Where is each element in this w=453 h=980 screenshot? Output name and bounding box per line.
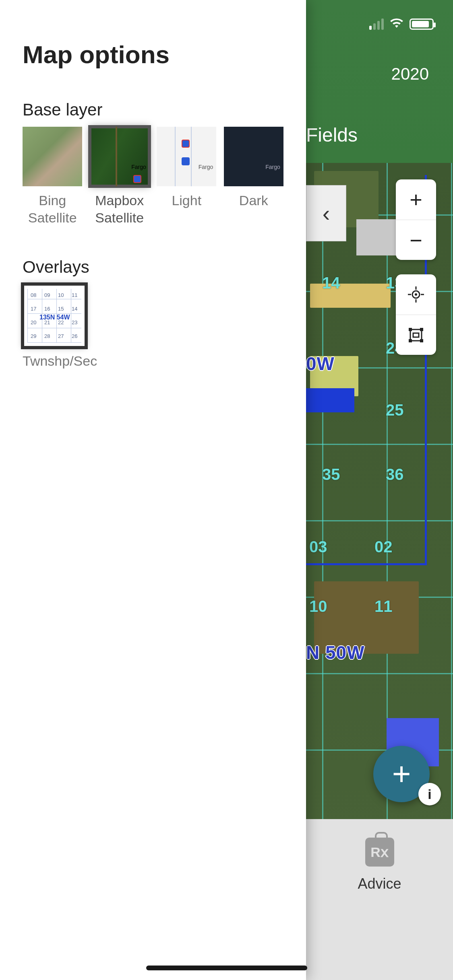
zoom-in-button[interactable]: + <box>396 179 436 220</box>
collapse-panel-button[interactable]: ‹ <box>306 185 346 241</box>
overlay-thumb-cell: 20 <box>31 319 36 325</box>
map-tool-control <box>396 274 436 355</box>
section-number: 10 <box>309 597 327 616</box>
overlay-label: Twnshp/Sec <box>23 353 86 369</box>
home-indicator <box>146 966 307 970</box>
overlay-thumb-cell: 28 <box>44 333 50 339</box>
wifi-icon <box>389 16 404 32</box>
svg-rect-3 <box>409 328 412 331</box>
overlay-thumb-cell: 23 <box>72 319 77 325</box>
prescription-icon: R𝗑 <box>365 838 394 867</box>
tab-fields[interactable]: Fields <box>306 124 358 146</box>
base-layer-option-light[interactable]: FargoLight <box>157 127 217 209</box>
bottom-tab-label: Advice <box>358 875 401 892</box>
section-number: 03 <box>309 538 327 556</box>
svg-rect-5 <box>409 339 412 342</box>
status-bar <box>369 16 434 32</box>
base-layer-thumbnail: Fargo <box>157 127 216 186</box>
rx-icon-text: R𝗑 <box>370 844 389 860</box>
overlay-thumb-cell: 29 <box>31 333 36 339</box>
crosshair-icon <box>407 286 425 303</box>
section-number: 35 <box>322 465 340 484</box>
overlay-list: 135N 54W08091011171615142021222329282726… <box>23 284 283 369</box>
map-options-panel: Map options Base layer Bing SatelliteFar… <box>0 0 306 980</box>
base-layer-thumbnail: Fargo <box>224 127 283 186</box>
overlay-thumb-cell: 27 <box>58 333 64 339</box>
overlay-thumbnail: 135N 54W08091011171615142021222329282726 <box>23 284 86 348</box>
bounding-box-icon <box>407 326 425 344</box>
overlays-heading: Overlays <box>23 257 283 277</box>
cellular-signal-icon <box>369 19 384 30</box>
base-layer-thumbnail: Fargo <box>90 127 149 186</box>
bottom-tab-advice[interactable]: R𝗑 Advice <box>306 819 453 980</box>
overlay-thumb-cell: 16 <box>44 306 50 312</box>
overlay-thumb-cell: 09 <box>44 292 50 298</box>
interstate-shield-icon <box>182 140 190 148</box>
overlay-thumb-cell: 10 <box>58 292 64 298</box>
fit-bounds-button[interactable] <box>396 315 436 355</box>
base-layer-option-dark[interactable]: FargoDark <box>224 127 284 209</box>
thumb-city-label: Fargo <box>265 164 280 170</box>
battery-icon <box>410 19 434 30</box>
zoom-control: + − <box>396 179 436 260</box>
overlay-option-twnsec[interactable]: 135N 54W08091011171615142021222329282726… <box>23 284 86 369</box>
zoom-out-button[interactable]: − <box>396 220 436 260</box>
township-range-label: N 50W <box>306 642 365 663</box>
overlay-thumb-cell: 22 <box>58 319 64 325</box>
thumb-city-label: Fargo <box>131 164 146 170</box>
year-selector[interactable]: 2020 <box>391 64 429 84</box>
section-number: 11 <box>374 597 393 616</box>
base-layer-label: Bing Satellite <box>28 192 77 226</box>
overlay-thumb-cell: 14 <box>72 306 77 312</box>
overlay-thumb-cell: 11 <box>72 292 77 298</box>
base-layer-label: Mapbox Satellite <box>95 192 144 226</box>
svg-point-1 <box>415 293 417 296</box>
interstate-shield-icon <box>133 175 141 183</box>
base-layer-option-bing[interactable]: Bing Satellite <box>23 127 83 226</box>
overlay-thumb-cell: 08 <box>31 292 36 298</box>
base-layer-option-mapbox[interactable]: FargoMapbox Satellite <box>90 127 150 226</box>
map-info-button[interactable]: i <box>418 783 441 805</box>
svg-rect-6 <box>420 339 423 342</box>
overlay-thumb-cell: 15 <box>58 306 64 312</box>
base-layer-list: Bing SatelliteFargoMapbox SatelliteFargo… <box>23 127 283 226</box>
base-layer-label: Light <box>172 192 201 209</box>
section-number: 14 <box>322 274 340 292</box>
svg-rect-7 <box>413 333 419 337</box>
base-layer-heading: Base layer <box>23 100 283 119</box>
base-layer-thumbnail <box>23 127 82 186</box>
svg-rect-4 <box>420 328 423 331</box>
section-number: 25 <box>386 401 404 419</box>
map-field-polygon <box>306 388 354 412</box>
township-range-label: 0W <box>306 353 335 375</box>
overlay-thumb-cell: 17 <box>31 306 36 312</box>
thumb-city-label: Fargo <box>199 164 213 170</box>
map-controls: + − <box>396 179 436 355</box>
svg-rect-2 <box>410 329 422 341</box>
section-number: 36 <box>386 465 404 484</box>
base-layer-label: Dark <box>239 192 268 209</box>
panel-title: Map options <box>23 40 283 69</box>
overlay-thumb-cell: 21 <box>44 319 50 325</box>
overlay-thumb-cell: 26 <box>72 333 77 339</box>
section-number: 02 <box>374 538 393 556</box>
locate-me-button[interactable] <box>396 274 436 315</box>
